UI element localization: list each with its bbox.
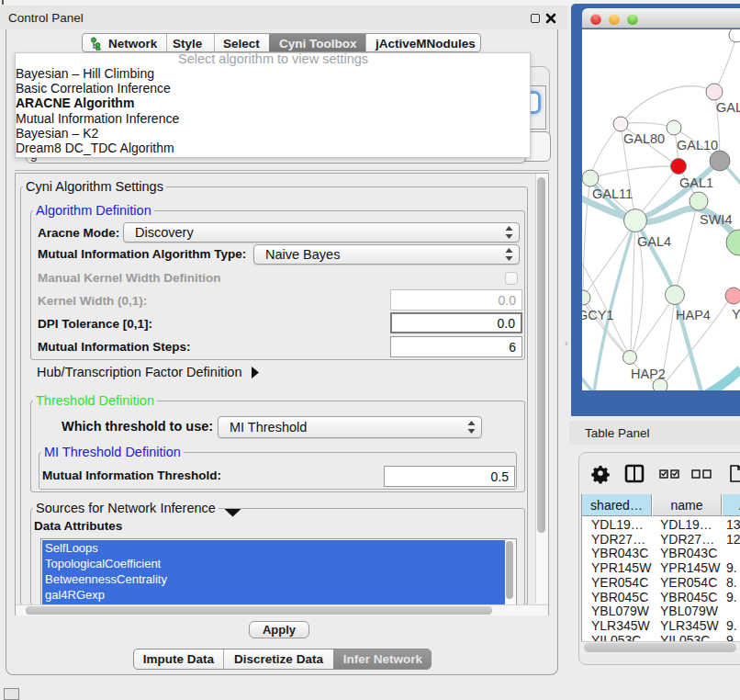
svg-text:SWI4: SWI4 <box>700 212 732 227</box>
svg-text:GAL80: GAL80 <box>623 131 665 146</box>
svg-text:Y: Y <box>732 307 740 322</box>
svg-text:GAL10: GAL10 <box>677 138 718 152</box>
svg-text:GAL4: GAL4 <box>637 234 671 249</box>
svg-text:HAP2: HAP2 <box>631 367 666 381</box>
svg-text:HAP4: HAP4 <box>676 308 711 322</box>
svg-text:GAL: GAL <box>716 100 740 115</box>
svg-text:GCY1: GCY1 <box>582 308 614 322</box>
svg-text:GAL1: GAL1 <box>679 175 713 190</box>
svg-text:GAL11: GAL11 <box>592 186 633 201</box>
